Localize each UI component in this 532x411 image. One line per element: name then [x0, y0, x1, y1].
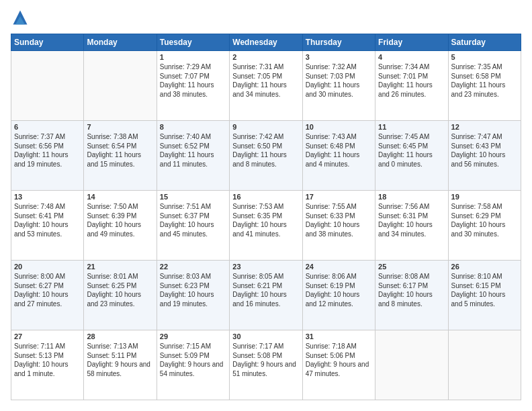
day-info-14: Sunrise: 7:50 AMSunset: 6:39 PMDaylight:…	[87, 202, 153, 238]
cell-w5-d4: 30Sunrise: 7:17 AMSunset: 5:08 PMDayligh…	[230, 330, 302, 400]
day-number-2: 2	[232, 53, 299, 61]
cell-w2-d5: 10Sunrise: 7:43 AMSunset: 6:48 PMDayligh…	[302, 121, 375, 191]
cell-w4-d1: 20Sunrise: 8:00 AMSunset: 6:27 PMDayligh…	[11, 261, 84, 330]
cell-w3-d3: 15Sunrise: 7:51 AMSunset: 6:37 PMDayligh…	[157, 191, 229, 261]
cell-w5-d6	[375, 330, 448, 400]
page: SundayMondayTuesdayWednesdayThursdayFrid…	[0, 0, 532, 411]
week-row-1: 1Sunrise: 7:29 AMSunset: 7:07 PMDaylight…	[11, 51, 521, 121]
day-number-8: 8	[160, 123, 226, 131]
day-number-11: 11	[378, 123, 445, 131]
day-number-10: 10	[306, 123, 372, 131]
cell-w5-d5: 31Sunrise: 7:18 AMSunset: 5:06 PMDayligh…	[302, 330, 375, 400]
day-info-11: Sunrise: 7:45 AMSunset: 6:45 PMDaylight:…	[378, 132, 445, 169]
day-number-5: 5	[451, 53, 518, 61]
day-number-24: 24	[306, 263, 372, 271]
cell-w4-d7: 26Sunrise: 8:10 AMSunset: 6:15 PMDayligh…	[448, 261, 521, 330]
day-info-22: Sunrise: 8:03 AMSunset: 6:23 PMDaylight:…	[160, 272, 226, 308]
day-number-22: 22	[160, 263, 226, 271]
cell-w5-d1: 27Sunrise: 7:11 AMSunset: 5:13 PMDayligh…	[11, 330, 84, 400]
day-info-16: Sunrise: 7:53 AMSunset: 6:35 PMDaylight:…	[232, 202, 299, 238]
day-number-19: 19	[451, 193, 518, 201]
day-info-23: Sunrise: 8:05 AMSunset: 6:21 PMDaylight:…	[232, 272, 299, 308]
day-info-30: Sunrise: 7:17 AMSunset: 5:08 PMDaylight:…	[232, 342, 299, 378]
day-info-26: Sunrise: 8:10 AMSunset: 6:15 PMDaylight:…	[451, 272, 518, 308]
cell-w4-d6: 25Sunrise: 8:08 AMSunset: 6:17 PMDayligh…	[375, 261, 448, 330]
header-saturday: Saturday	[448, 34, 521, 51]
day-number-16: 16	[232, 193, 299, 201]
day-number-1: 1	[160, 53, 226, 61]
cell-w2-d3: 8Sunrise: 7:40 AMSunset: 6:52 PMDaylight…	[157, 121, 229, 191]
cell-w3-d2: 14Sunrise: 7:50 AMSunset: 6:39 PMDayligh…	[84, 191, 157, 261]
day-number-30: 30	[232, 332, 299, 340]
cell-w3-d1: 13Sunrise: 7:48 AMSunset: 6:41 PMDayligh…	[11, 191, 84, 261]
day-info-20: Sunrise: 8:00 AMSunset: 6:27 PMDaylight:…	[14, 272, 81, 308]
cell-w2-d7: 12Sunrise: 7:47 AMSunset: 6:43 PMDayligh…	[448, 121, 521, 191]
day-info-21: Sunrise: 8:01 AMSunset: 6:25 PMDaylight:…	[87, 272, 153, 308]
header-thursday: Thursday	[302, 34, 375, 51]
cell-w5-d7	[448, 330, 521, 400]
day-info-3: Sunrise: 7:32 AMSunset: 7:03 PMDaylight:…	[306, 62, 372, 99]
day-info-29: Sunrise: 7:15 AMSunset: 5:09 PMDaylight:…	[160, 342, 226, 378]
cell-w2-d1: 6Sunrise: 7:37 AMSunset: 6:56 PMDaylight…	[11, 121, 84, 191]
header-sunday: Sunday	[11, 34, 84, 51]
header-friday: Friday	[375, 34, 448, 51]
header-wednesday: Wednesday	[230, 34, 302, 51]
logo	[11, 11, 31, 27]
day-info-19: Sunrise: 7:58 AMSunset: 6:29 PMDaylight:…	[451, 202, 518, 238]
day-info-28: Sunrise: 7:13 AMSunset: 5:11 PMDaylight:…	[87, 342, 153, 378]
day-number-29: 29	[160, 332, 226, 340]
calendar-header-row: SundayMondayTuesdayWednesdayThursdayFrid…	[11, 34, 521, 51]
day-number-20: 20	[14, 263, 81, 271]
day-number-14: 14	[87, 193, 153, 201]
day-number-4: 4	[378, 53, 445, 61]
day-info-31: Sunrise: 7:18 AMSunset: 5:06 PMDaylight:…	[306, 342, 372, 378]
day-number-3: 3	[306, 53, 372, 61]
cell-w3-d6: 18Sunrise: 7:56 AMSunset: 6:31 PMDayligh…	[375, 191, 448, 261]
day-info-24: Sunrise: 8:06 AMSunset: 6:19 PMDaylight:…	[306, 272, 372, 308]
day-info-13: Sunrise: 7:48 AMSunset: 6:41 PMDaylight:…	[14, 202, 81, 238]
day-number-6: 6	[14, 123, 81, 131]
day-info-6: Sunrise: 7:37 AMSunset: 6:56 PMDaylight:…	[14, 132, 81, 169]
day-number-15: 15	[160, 193, 226, 201]
day-info-15: Sunrise: 7:51 AMSunset: 6:37 PMDaylight:…	[160, 202, 226, 238]
day-number-21: 21	[87, 263, 153, 271]
cell-w1-d1	[11, 51, 84, 121]
day-number-12: 12	[451, 123, 518, 131]
day-info-27: Sunrise: 7:11 AMSunset: 5:13 PMDaylight:…	[14, 342, 81, 378]
cell-w4-d3: 22Sunrise: 8:03 AMSunset: 6:23 PMDayligh…	[157, 261, 229, 330]
cell-w4-d2: 21Sunrise: 8:01 AMSunset: 6:25 PMDayligh…	[84, 261, 157, 330]
day-number-25: 25	[378, 263, 445, 271]
cell-w2-d2: 7Sunrise: 7:38 AMSunset: 6:54 PMDaylight…	[84, 121, 157, 191]
day-info-1: Sunrise: 7:29 AMSunset: 7:07 PMDaylight:…	[160, 62, 226, 99]
day-number-31: 31	[306, 332, 372, 340]
day-number-9: 9	[232, 123, 299, 131]
week-row-3: 13Sunrise: 7:48 AMSunset: 6:41 PMDayligh…	[11, 191, 521, 261]
header-monday: Monday	[84, 34, 157, 51]
cell-w1-d2	[84, 51, 157, 121]
header	[11, 11, 521, 27]
day-info-9: Sunrise: 7:42 AMSunset: 6:50 PMDaylight:…	[232, 132, 299, 169]
cell-w5-d2: 28Sunrise: 7:13 AMSunset: 5:11 PMDayligh…	[84, 330, 157, 400]
cell-w3-d7: 19Sunrise: 7:58 AMSunset: 6:29 PMDayligh…	[448, 191, 521, 261]
cell-w4-d4: 23Sunrise: 8:05 AMSunset: 6:21 PMDayligh…	[230, 261, 302, 330]
day-number-26: 26	[451, 263, 518, 271]
week-row-2: 6Sunrise: 7:37 AMSunset: 6:56 PMDaylight…	[11, 121, 521, 191]
cell-w2-d6: 11Sunrise: 7:45 AMSunset: 6:45 PMDayligh…	[375, 121, 448, 191]
day-info-17: Sunrise: 7:55 AMSunset: 6:33 PMDaylight:…	[306, 202, 372, 238]
cell-w1-d4: 2Sunrise: 7:31 AMSunset: 7:05 PMDaylight…	[230, 51, 302, 121]
day-number-7: 7	[87, 123, 153, 131]
day-info-18: Sunrise: 7:56 AMSunset: 6:31 PMDaylight:…	[378, 202, 445, 238]
cell-w1-d5: 3Sunrise: 7:32 AMSunset: 7:03 PMDaylight…	[302, 51, 375, 121]
day-number-27: 27	[14, 332, 81, 340]
day-info-7: Sunrise: 7:38 AMSunset: 6:54 PMDaylight:…	[87, 132, 153, 169]
cell-w4-d5: 24Sunrise: 8:06 AMSunset: 6:19 PMDayligh…	[302, 261, 375, 330]
day-number-18: 18	[378, 193, 445, 201]
day-number-13: 13	[14, 193, 81, 201]
day-number-28: 28	[87, 332, 153, 340]
day-info-10: Sunrise: 7:43 AMSunset: 6:48 PMDaylight:…	[306, 132, 372, 169]
calendar: SundayMondayTuesdayWednesdayThursdayFrid…	[11, 34, 521, 400]
day-info-12: Sunrise: 7:47 AMSunset: 6:43 PMDaylight:…	[451, 132, 518, 169]
logo-icon	[11, 8, 30, 27]
week-row-4: 20Sunrise: 8:00 AMSunset: 6:27 PMDayligh…	[11, 261, 521, 330]
calendar-body: 1Sunrise: 7:29 AMSunset: 7:07 PMDaylight…	[11, 51, 521, 400]
